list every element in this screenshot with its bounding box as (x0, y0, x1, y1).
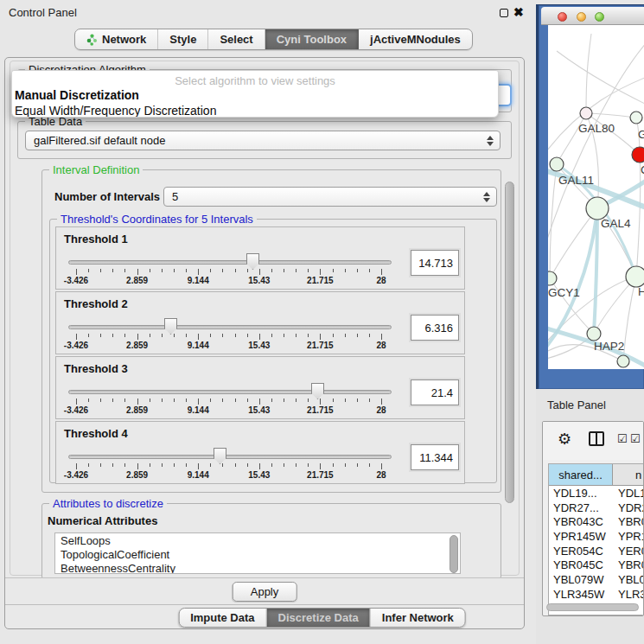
tab-style[interactable]: Style (158, 29, 208, 49)
tick-mark (76, 334, 77, 340)
tick-label: 21.715 (307, 276, 334, 285)
tick-mark (284, 334, 284, 337)
tick-mark (235, 463, 236, 467)
apply-row: Apply (5, 577, 524, 605)
attribute-item[interactable]: SelfLoops (55, 533, 460, 547)
tick-mark (296, 463, 296, 467)
slider-track[interactable] (68, 390, 392, 394)
tick-mark (235, 334, 236, 337)
tick-mark (284, 399, 284, 402)
slider-track[interactable] (68, 455, 392, 459)
tick-mark (124, 399, 125, 402)
tick-mark (235, 269, 236, 272)
tab-cyni-toolbox[interactable]: Cyni Toolbox (265, 29, 359, 49)
threshold-label: Threshold 3 (64, 362, 128, 375)
tick-mark (345, 463, 346, 467)
tick-mark (162, 463, 163, 467)
tick-mark (320, 334, 321, 340)
table-row[interactable]: YIL053CYIL0 (549, 602, 644, 603)
split-columns-icon[interactable] (589, 431, 604, 446)
algorithm-dropdown-popup: Select algorithm to view settings Manual… (11, 70, 499, 118)
num-intervals-combobox[interactable]: 5 (163, 187, 497, 207)
threshold-panel-4: Threshold 4-3.4262.8599.14415.4321.71528… (55, 421, 465, 484)
table-row[interactable]: YDL19...YDL1 (549, 486, 644, 501)
minimize-traffic-light-icon[interactable] (577, 12, 586, 22)
table-body: YDL19...YDL1YDR27...YDR2YBR043CYBR0YPR14… (549, 486, 644, 602)
threshold-value-field[interactable]: 11.344 (411, 444, 459, 470)
cell-shared-name: YER054C (549, 545, 613, 558)
tick-mark (369, 334, 370, 337)
tab-jactivemnodules[interactable]: jActiveMNodules (359, 29, 472, 49)
column-header-name[interactable]: n (613, 464, 644, 485)
red-node[interactable] (632, 147, 644, 163)
apply-button[interactable]: Apply (233, 582, 297, 602)
tick-label: 21.715 (307, 341, 334, 350)
network-icon (86, 34, 98, 46)
float-window-icon[interactable] (500, 9, 508, 17)
tick-mark (112, 334, 113, 337)
table-row[interactable]: YLR345WYLR3 (549, 587, 644, 602)
tick-mark (320, 269, 321, 275)
attribute-item[interactable]: TopologicalCoefficient (55, 547, 460, 561)
slider-thumb[interactable] (246, 253, 259, 270)
attributes-list-scrollbar[interactable] (450, 535, 458, 573)
table-row[interactable]: YDR27...YDR2 (549, 501, 644, 515)
tick-mark (357, 463, 358, 467)
panel-vertical-scrollbar[interactable] (505, 182, 514, 503)
popup-option-equal-width-frequency-discretization[interactable]: Equal Width/Frequency Discretization (12, 103, 498, 118)
network-edge (557, 51, 644, 105)
tab-network[interactable]: Network (75, 29, 158, 49)
tick-label: 28 (376, 405, 386, 415)
slider-track[interactable] (68, 260, 392, 265)
table-row[interactable]: YPR145WYPR1 (549, 529, 644, 544)
zoom-traffic-light-icon[interactable] (595, 12, 604, 22)
popup-options: Manual DiscretizationEqual Width/Frequen… (12, 87, 498, 118)
tab-select[interactable]: Select (208, 29, 265, 49)
tick-mark (88, 334, 89, 337)
network-window-titlebar[interactable] (541, 7, 644, 25)
popup-option-manual-discretization[interactable]: Manual Discretization (12, 87, 498, 103)
table-data-combobox[interactable]: galFiltered.sif default node (25, 131, 501, 150)
bottom-tab-impute-data[interactable]: Impute Data (179, 609, 266, 627)
slider-thumb[interactable] (164, 318, 177, 335)
GAL80-node[interactable] (580, 107, 592, 119)
bottom-tab-infer-network[interactable]: Infer Network (371, 609, 465, 627)
attribute-item[interactable]: BetweennessCentrality (55, 561, 460, 574)
table-row[interactable]: YBR045CYBR0 (549, 558, 644, 572)
threshold-value-field[interactable]: 6.316 (411, 315, 459, 341)
network-canvas[interactable]: GAL80GACGAL11GAL4GCY1HHAP2 (548, 25, 644, 369)
table-row[interactable]: YER054CYER0 (549, 544, 644, 558)
cell-name: YPR1 (613, 530, 644, 543)
close-icon[interactable]: ✖ (513, 5, 524, 19)
table-horizontal-scrollbar[interactable] (546, 603, 639, 611)
GCY1-node[interactable] (548, 271, 557, 285)
tick-mark (381, 399, 382, 405)
node-top-right[interactable] (630, 112, 642, 124)
tick-mark (88, 463, 89, 467)
tick-mark (271, 399, 272, 402)
slider-track[interactable] (68, 325, 392, 329)
close-traffic-light-icon[interactable] (558, 12, 567, 22)
cell-shared-name: YBR043C (549, 515, 613, 528)
table-header-row: shared... n (549, 464, 644, 486)
slider-thumb[interactable] (214, 448, 226, 464)
attributes-list[interactable]: SelfLoopsTopologicalCoefficientBetweenne… (54, 532, 461, 574)
column-header-shared-name[interactable]: shared... (549, 464, 613, 485)
table-row[interactable]: YBR043CYBR0 (549, 514, 644, 529)
table-row[interactable]: YBL079WYBL0 (549, 572, 644, 587)
tick-mark (150, 399, 150, 402)
node-bottom[interactable] (617, 355, 629, 367)
slider-thumb[interactable] (311, 383, 324, 399)
gear-icon[interactable]: ⚙ (558, 430, 571, 448)
node-right-mid[interactable] (626, 266, 644, 287)
HAP2-node[interactable] (587, 327, 601, 341)
threshold-value-field[interactable]: 14.713 (411, 250, 459, 276)
threshold-value-field[interactable]: 21.4 (411, 379, 459, 405)
cell-name: YBR0 (613, 515, 644, 528)
checkbox-icon[interactable]: ☑ (630, 432, 641, 445)
checkbox-icon[interactable]: ☑ (617, 432, 628, 445)
GAL11-node[interactable] (550, 157, 564, 171)
tick-mark (88, 269, 89, 272)
tick-mark (284, 463, 284, 467)
bottom-tab-discretize-data[interactable]: Discretize Data (267, 609, 371, 627)
